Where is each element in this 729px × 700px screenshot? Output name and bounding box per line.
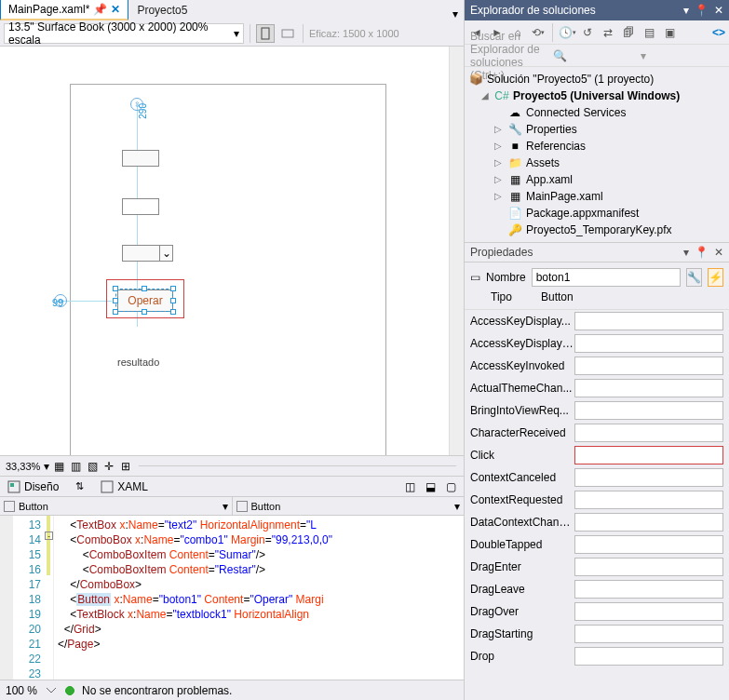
event-handler-input[interactable] [574,625,723,643]
orientation-portrait-button[interactable] [256,24,275,43]
tree-item-label: Connected Services [526,104,626,121]
tabs-overflow-dropdown[interactable]: ▾ [447,7,464,20]
event-handler-input[interactable] [574,647,723,666]
design-view-tab[interactable]: Diseño [4,478,62,495]
tree-item[interactable]: ▷▦App.xaml [466,171,727,188]
split-vertical-button[interactable]: ◫ [400,478,419,496]
tree-item[interactable]: 📄Package.appxmanifest [466,205,727,222]
code-content[interactable]: <TextBox x:Name="text2" HorizontalAlignm… [54,516,464,680]
event-handler-input[interactable] [574,357,723,375]
event-row: AccessKeyInvoked [465,355,729,377]
swap-panes-button[interactable]: ⇅ [72,478,88,494]
event-handler-input[interactable] [574,334,723,353]
preview-button[interactable]: ▣ [661,24,678,41]
snap-lines-button[interactable]: ✛ [101,459,116,474]
window-position-icon[interactable]: ▾ [683,4,689,17]
show-all-button[interactable]: 🗐 [620,24,637,41]
pin-icon[interactable]: 📍 [695,4,709,17]
expander-icon[interactable]: ▷ [493,171,504,188]
orientation-landscape-button[interactable] [278,24,297,43]
refresh-button[interactable]: ↺ [579,24,596,41]
project-node[interactable]: ◢ C# Proyecto5 (Universal Windows) [466,88,727,104]
event-handler-input[interactable] [574,513,723,532]
error-status-icon [65,686,74,695]
artboard[interactable]: 290 ⇳ ⌄ ⇔ 99 Operar resultado [70,84,386,456]
file-icon: 🔑 [507,222,522,237]
tree-item[interactable]: ▷▦MainPage.xaml [466,188,727,205]
element-name-input[interactable] [532,268,681,287]
tab-close-icon[interactable]: ✕ [111,3,120,16]
split-horizontal-button[interactable]: ⬓ [421,478,439,496]
tree-item-label: App.xaml [526,171,573,188]
device-label: 13.5" Surface Book (3000 x 2000) 200% es… [8,20,234,47]
pin-icon[interactable]: 📍 [695,246,709,259]
close-icon[interactable]: ✕ [714,246,723,259]
fit-all-button[interactable]: ▦ [51,459,66,474]
expander-icon[interactable]: ◢ [479,88,491,104]
status-zoom[interactable]: 100 % [6,684,37,697]
file-icon: ▦ [507,189,522,204]
tab-proyecto5[interactable]: Proyecto5 [128,0,196,20]
event-handler-input[interactable] [574,468,723,487]
xaml-scope-dropdown-right[interactable]: Button ▾ [233,497,465,515]
view-code-button[interactable]: <> [712,26,725,39]
close-icon[interactable]: ✕ [714,4,723,17]
event-row: BringIntoViewReq... [465,399,729,422]
tab-pin-icon[interactable]: 📌 [93,3,107,16]
outline-collapse-toggle[interactable]: - [45,532,53,540]
textblock-textblock1[interactable]: resultado [117,357,159,368]
expander-icon[interactable]: ▷ [493,155,504,171]
snap-grid-button[interactable]: ⊞ [118,459,133,474]
solution-search-input[interactable]: Buscar en Explorador de soluciones (Ctrl… [465,45,729,67]
collapse-pane-button[interactable]: ▢ [441,478,460,496]
window-position-icon[interactable]: ▾ [683,246,689,259]
properties-button[interactable]: ▤ [641,24,657,41]
xaml-code-editor[interactable]: 1314151617181920212223 - <TextBox x:Name… [0,516,464,680]
collapse-all-button[interactable]: ⇄ [600,24,616,41]
expander-icon[interactable]: ▷ [493,138,504,155]
event-handler-input[interactable] [574,558,723,576]
tab-mainpage-active[interactable]: MainPage.xaml* 📌 ✕ [0,0,128,20]
textbox-text1[interactable] [122,150,159,167]
canvas-vertical-scrollbar[interactable] [449,47,464,455]
pending-button[interactable]: 🕓▾ [559,24,575,41]
event-handler-input[interactable] [574,312,723,330]
event-handler-input[interactable] [574,535,723,554]
tree-item[interactable]: ▷■Referencias [466,138,727,155]
solution-node[interactable]: 📦 Solución "Proyecto5" (1 proyecto) [466,71,727,88]
tree-item[interactable]: ▷📁Assets [466,155,727,171]
type-label: Tipo [491,290,535,303]
designer-footer-bar: 33,33% ▾ ▦ ▥ ▧ ✛ ⊞ [0,456,464,477]
textbox-text2[interactable] [122,198,159,215]
event-handler-input[interactable] [574,491,723,509]
expander-icon[interactable]: ▷ [493,121,504,138]
xaml-scope-dropdown-left[interactable]: Button ▾ [0,497,233,515]
event-handler-input[interactable] [574,401,723,420]
zoom-level-dropdown[interactable]: 33,33% [4,461,42,472]
event-name: DataContextChang... [470,516,574,529]
combobox-combo1[interactable]: ⌄ [122,245,173,262]
event-name: Drop [470,650,574,663]
event-handler-input[interactable] [574,424,723,442]
expander-icon[interactable]: ▷ [493,188,504,205]
tree-item[interactable]: ☁Connected Services [466,104,727,121]
event-handler-input[interactable] [574,580,723,599]
tree-item[interactable]: ▷🔧Properties [466,121,727,138]
solution-explorer-titlebar: Explorador de soluciones ▾ 📍 ✕ [465,0,729,20]
properties-mode-button[interactable]: 🔧 [686,268,702,287]
xaml-view-tab[interactable]: XAML [97,478,152,495]
panel-title: Explorador de soluciones [470,4,683,17]
horizontal-scrollbar[interactable] [139,465,456,466]
event-handler-input[interactable] [574,446,723,464]
separator [303,24,304,43]
fit-selection-button[interactable]: ▥ [68,459,83,474]
button-boton1-selected[interactable]: Operar [117,289,173,312]
toggle-grid-button[interactable]: ▧ [85,459,100,474]
event-handler-input[interactable] [574,602,723,621]
status-bar: 100 % No se encontraron problemas. [0,680,464,700]
design-canvas[interactable]: 290 ⇳ ⌄ ⇔ 99 Operar resultado [0,47,464,456]
event-handler-input[interactable] [574,379,723,397]
tree-item[interactable]: 🔑Proyecto5_TemporaryKey.pfx [466,222,727,238]
device-preview-dropdown[interactable]: 13.5" Surface Book (3000 x 2000) 200% es… [4,23,244,44]
events-mode-button[interactable]: ⚡ [708,268,723,287]
